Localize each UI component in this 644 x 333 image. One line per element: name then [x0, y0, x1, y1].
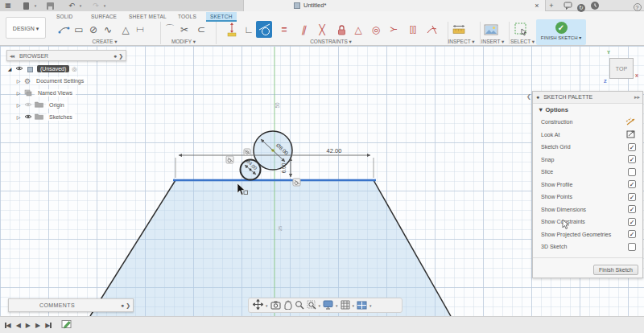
select-group-label[interactable]: SELECT ▾ [510, 39, 535, 45]
eye-icon[interactable] [15, 65, 23, 72]
polygon-constraint-icon[interactable]: △ [350, 21, 366, 38]
expand-icon[interactable]: ◢ [6, 66, 13, 72]
expand-icon[interactable]: ▷ [15, 78, 22, 84]
slot-tool-icon[interactable]: ⌶ [132, 22, 149, 38]
workspace-selector[interactable]: DESIGN ▾ [6, 17, 46, 39]
finish-sketch-button[interactable]: ✓ FINISH SKETCH ▾ [536, 19, 586, 45]
display-settings-icon[interactable] [323, 298, 333, 313]
insert-group-label[interactable]: INSERT ▾ [481, 39, 505, 45]
browser-expand-icon[interactable]: ❯ [118, 53, 123, 59]
browser-options-icon[interactable]: ● [114, 53, 117, 59]
midpoint-constraint-icon[interactable]: Y [386, 22, 402, 38]
checkbox-3d-sketch[interactable] [628, 243, 636, 251]
comments-expand-icon[interactable]: ❯ [126, 302, 130, 308]
checkbox-show-points[interactable]: ✓ [628, 193, 636, 201]
browser-item-named-views[interactable]: ▷Named Views [6, 87, 151, 99]
fillet-tool-icon[interactable]: ⌒ [162, 21, 178, 38]
checkbox-show-constraints[interactable]: ✓ [628, 218, 636, 226]
browser-root-row[interactable]: ◢ (Unsaved) ◎ [6, 63, 151, 75]
browser-item-label[interactable]: Origin [46, 101, 68, 109]
sketch-palette-header[interactable]: ● SKETCH PALETTE ▸▸ [533, 92, 642, 104]
app-grid-icon[interactable]: ▦ [4, 0, 12, 11]
zoom-window-caret[interactable]: ▾ [319, 303, 321, 308]
look-at-icon[interactable] [270, 298, 281, 313]
trim-tool-icon[interactable]: ✂ [176, 21, 192, 38]
palette-expand-icon[interactable]: ▸▸ [634, 92, 640, 103]
document-tab[interactable] [243, 0, 546, 11]
inspect-group-label[interactable]: INSPECT ▾ [448, 39, 474, 45]
checkbox-show-projected-geometries[interactable]: ✓ [628, 230, 636, 238]
equal-constraint-icon[interactable]: = [276, 21, 292, 38]
insert-image-icon[interactable] [483, 21, 499, 38]
checkbox-show-profile[interactable]: ✓ [628, 180, 636, 188]
view-cube-top-face[interactable]: TOP [609, 58, 634, 79]
viewports-caret[interactable]: ▾ [369, 303, 372, 308]
select-tool-icon[interactable] [513, 21, 529, 38]
circle-tool-icon[interactable]: ⊘ [85, 21, 101, 38]
grid-snaps-icon[interactable] [341, 298, 350, 313]
dimension-width-value[interactable]: 42.00 [327, 147, 342, 154]
rectangle-tool-icon[interactable]: ▭ [71, 21, 87, 38]
save-icon[interactable] [47, 2, 54, 10]
browser-item-document-settings[interactable]: ▷⚙Document Settings [6, 75, 151, 87]
browser-collapse-icon[interactable]: ◂◂ [10, 53, 14, 59]
help-icon[interactable]: ? [633, 2, 642, 13]
recent-icon[interactable] [591, 2, 599, 13]
eye-icon[interactable] [24, 101, 32, 109]
checkbox-sketch-grid[interactable]: ✓ [628, 143, 636, 151]
expand-icon[interactable]: ▷ [15, 90, 22, 96]
horizontal-vertical-constraint-icon[interactable]: ∟ [241, 21, 257, 38]
fix-constraint-icon[interactable] [333, 21, 349, 38]
pan-caret[interactable]: ▾ [266, 303, 268, 308]
close-tab-icon[interactable]: × [533, 0, 541, 11]
file-menu-caret[interactable]: ▾ [32, 0, 39, 11]
comment-bubble-icon[interactable] [563, 2, 572, 13]
concentric-constraint-icon[interactable]: ◎ [368, 21, 384, 38]
finish-sketch-palette-button[interactable]: Finish Sketch [593, 265, 638, 275]
perpendicular-constraint-icon[interactable]: ╳ [314, 21, 330, 38]
browser-root-label[interactable]: (Unsaved) [37, 65, 69, 72]
comments-options-icon[interactable]: ● [121, 302, 124, 308]
modify-group-label[interactable]: MODIFY ▾ [171, 39, 196, 45]
parallel-constraint-icon[interactable]: ∥ [295, 21, 312, 38]
palette-collapse-handle[interactable]: ❮ [526, 93, 531, 100]
checkbox-snap[interactable]: ✓ [628, 155, 636, 163]
browser-item-sketches[interactable]: ▷Sketches [6, 111, 151, 123]
timeline-sketch-feature-icon[interactable] [61, 318, 72, 332]
spline-tool-icon[interactable]: ∿ [100, 21, 116, 38]
browser-item-origin[interactable]: ▷Origin [6, 99, 151, 111]
eye-icon[interactable] [24, 113, 32, 121]
timeline-step-forward-button[interactable]: ▶ [35, 322, 40, 329]
browser-item-label[interactable]: Document Settings [33, 77, 87, 84]
pan-icon[interactable] [253, 298, 263, 313]
tab-solid[interactable]: SOLID [56, 12, 73, 21]
tab-surface[interactable]: SURFACE [91, 12, 117, 21]
job-status-icon[interactable]: ↻ [577, 2, 585, 13]
orbit-hand-icon[interactable] [283, 298, 292, 313]
dimension-height-value[interactable]: 6.00 [281, 162, 287, 173]
line-tool-icon[interactable] [56, 21, 72, 38]
grid-snaps-caret[interactable]: ▾ [353, 303, 355, 308]
redo-caret[interactable]: ▾ [101, 0, 108, 11]
browser-panel-header[interactable]: ◂◂ BROWSER ● ❯ [6, 50, 126, 61]
comments-panel-header[interactable]: COMMENTS ● ❯ [8, 298, 134, 312]
checkbox-slice[interactable] [628, 168, 636, 176]
constraints-group-label[interactable]: CONSTRAINTS ▾ [310, 39, 352, 45]
tab-sheet-metal[interactable]: SHEET METAL [129, 12, 167, 21]
browser-item-label[interactable]: Sketches [46, 113, 76, 121]
timeline-play-button[interactable]: ▶ [26, 322, 31, 329]
curvature-constraint-icon[interactable] [423, 21, 440, 38]
undo-caret[interactable]: ▾ [77, 0, 84, 11]
display-settings-caret[interactable]: ▾ [336, 303, 338, 308]
target-icon[interactable]: ◎ [72, 66, 76, 72]
timeline-go-end-button[interactable]: ▶ [45, 322, 52, 329]
viewports-icon[interactable] [357, 298, 367, 313]
tangent-constraint-icon[interactable] [256, 21, 272, 38]
look-at-icon[interactable] [626, 127, 636, 142]
redo-icon[interactable]: ↷ [91, 0, 101, 11]
profile-region[interactable] [90, 180, 451, 316]
timeline-go-start-button[interactable]: ◀ [5, 322, 11, 329]
browser-item-label[interactable]: Named Views [35, 89, 76, 97]
file-icon[interactable] [23, 2, 29, 10]
expand-icon[interactable]: ▷ [15, 102, 22, 108]
